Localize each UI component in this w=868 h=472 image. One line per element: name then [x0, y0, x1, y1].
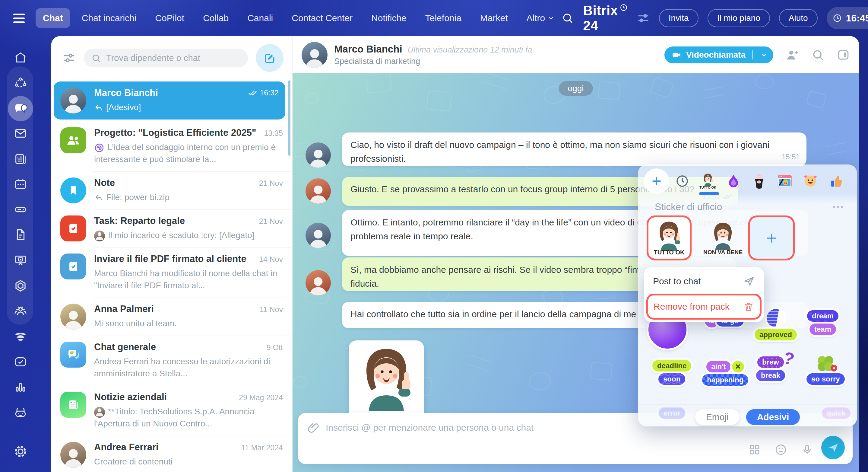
message-input-placeholder[interactable]: Inserisci @ per menzionare una persona o… [326, 422, 533, 433]
chat-list-item-marco[interactable]: Marco Bianchi 16:32 [Adesivo] [54, 82, 285, 119]
sticker-dream-team[interactable]: dream team [807, 310, 838, 335]
add-member-icon[interactable] [785, 48, 799, 62]
tab-copilot[interactable]: CoPilot [148, 8, 191, 28]
panel-mode-toggle: Emoji Adesivi [638, 404, 857, 426]
avatar [94, 231, 105, 241]
avatar[interactable] [302, 42, 328, 68]
message-bubble[interactable]: Ciao, ho visto il draft del nuovo campai… [342, 132, 806, 166]
tab-chat[interactable]: Chat [36, 8, 70, 28]
sidebar-item-analytics[interactable] [8, 375, 33, 400]
copilot-badge-icon [94, 143, 104, 153]
sidebar-item-mail[interactable] [8, 121, 33, 146]
tab-contact-center[interactable]: Contact Center [284, 8, 360, 28]
settings-sliders-icon[interactable] [637, 11, 650, 25]
conversation-header: Marco BianchiUltima visualizzazione 12 m… [292, 36, 859, 73]
chat-list-item-task-legale[interactable]: Task: Reparto legale21 Nov Il mio incari… [51, 209, 292, 247]
filter-icon[interactable] [62, 51, 76, 65]
read-checks-icon [248, 89, 257, 96]
sticker-brew-break[interactable]: brew? break [756, 356, 785, 381]
sticker-pack-tab-thumbs-up[interactable] [825, 170, 847, 192]
sidebar-item-calendar[interactable] [8, 172, 33, 197]
search-icon[interactable] [811, 48, 825, 62]
help-button[interactable]: Aiuto [779, 9, 818, 27]
sticker-aint-happening[interactable]: ain't✕ happening [702, 361, 748, 386]
general-chat-avatar [60, 342, 86, 367]
sidebar-item-whiteboard[interactable] [8, 248, 33, 273]
chat-list-item-note[interactable]: Note21 Nov File: power bi.zip [51, 171, 292, 209]
menu-icon[interactable] [13, 11, 25, 25]
top-nav: Chat Chat incarichi CoPilot Collab Canal… [36, 8, 561, 28]
stickers-toggle-button[interactable]: Adesivi [746, 409, 800, 425]
chat-list-item-progetto[interactable]: Progetto: "Logistica Efficiente 2025"13:… [51, 121, 292, 171]
sticker-pack-tab-softserve[interactable] [748, 170, 770, 192]
sidebar-item-chat[interactable] [8, 96, 33, 121]
contact-role: Specialista di marketing [334, 57, 532, 66]
invite-button[interactable]: Invita [659, 9, 699, 27]
sidebar-item-automation[interactable] [8, 400, 33, 425]
sidebar-item-tasks[interactable] [8, 349, 33, 375]
notes-avatar [60, 177, 86, 203]
apps-grid-icon[interactable] [748, 443, 761, 456]
tab-notifiche[interactable]: Notifiche [364, 8, 414, 28]
sticker-deadline-soon[interactable]: deadline soon [652, 360, 691, 385]
sidebar-item-feed[interactable] [8, 146, 33, 172]
send-icon [743, 275, 755, 287]
sticker-pack-tab-browser[interactable] [774, 170, 796, 192]
post-to-chat-menu-item[interactable]: Post to chat [648, 270, 760, 292]
video-call-button[interactable]: Videochiamata [664, 47, 773, 63]
sticker-pack-tab-tutto-ok[interactable]: TUTTO OK [697, 170, 719, 192]
chat-list-item-notizie[interactable]: Notizie aziendali29 Mag 2024 **Titolo: T… [51, 386, 292, 436]
sidebar-item-drive[interactable] [8, 197, 33, 222]
search-icon[interactable] [561, 12, 574, 25]
my-plan-button[interactable]: Il mio piano [708, 9, 770, 27]
pack-options-icon[interactable] [832, 205, 844, 209]
avatar [306, 270, 331, 295]
work-time-widget[interactable]: 16:45 [827, 7, 868, 29]
scrollbar-thumb[interactable] [288, 80, 290, 156]
sidebar-item-home[interactable] [8, 45, 33, 70]
sidebar-item-crm[interactable] [8, 324, 33, 350]
sticker-non-va-bene[interactable]: NON VA BENE [703, 219, 743, 258]
search-input[interactable] [84, 49, 248, 67]
add-sticker-button[interactable] [750, 217, 793, 259]
tab-market[interactable]: Market [473, 8, 515, 28]
remove-from-pack-menu-item[interactable]: Remove from pack [648, 295, 760, 318]
chat-list-item-pdf[interactable]: Inviare il file PDF firmato al cliente14… [51, 247, 292, 298]
microphone-icon[interactable] [801, 443, 813, 456]
search-icon [91, 53, 101, 63]
emoji-icon[interactable] [774, 443, 787, 456]
sidebar-item-sign[interactable] [8, 273, 33, 298]
tab-canali[interactable]: Canali [240, 8, 280, 28]
tab-chat-incarichi[interactable]: Chat incarichi [74, 8, 144, 28]
new-chat-button[interactable] [256, 44, 283, 72]
recent-stickers-tab[interactable] [671, 170, 693, 192]
robot-icon [13, 406, 27, 420]
conversation-area: oggi Ciao, ho visto il draft del nuovo c… [292, 36, 859, 472]
avatar [306, 178, 331, 204]
side-panel-icon[interactable] [837, 48, 850, 62]
add-sticker-pack-tab[interactable] [646, 170, 668, 192]
sidebar-item-settings[interactable] [8, 439, 33, 464]
sticker-pack-tab-flame[interactable] [723, 170, 744, 192]
avatar [94, 407, 105, 418]
avatar [60, 442, 86, 468]
chat-list-item-anna[interactable]: Anna Palmeri11 Nov Mi sono unito al team… [51, 298, 292, 335]
news-avatar [60, 392, 86, 418]
chevron-down-icon[interactable] [757, 52, 770, 58]
chat-list-item-andrea[interactable]: Andrea Ferrari11 Mar 2024 Creatore di co… [51, 436, 292, 472]
sidebar-item-copilot[interactable] [8, 70, 33, 96]
active-pack-underline [699, 192, 719, 195]
tab-collab[interactable]: Collab [196, 8, 236, 28]
attach-icon[interactable] [307, 421, 320, 434]
emoji-toggle-button[interactable]: Emoji [695, 409, 740, 425]
chat-list-item-chat-generale[interactable]: Chat generale9 Ott Andrea Ferrari ha con… [51, 335, 292, 386]
sidebar-item-docs[interactable] [8, 222, 33, 247]
tab-altro[interactable]: Altro [519, 8, 562, 28]
contact-name[interactable]: Marco Bianchi [334, 43, 402, 55]
sticker-so-sorry[interactable]: ♥ so sorry [806, 355, 845, 385]
sidebar-item-hr[interactable] [8, 298, 33, 324]
tab-telefonia[interactable]: Telefonia [418, 8, 469, 28]
sticker-pack-tab-heart-face[interactable] [800, 170, 821, 192]
send-button[interactable] [821, 436, 845, 459]
sticker-tutto-ok[interactable]: TUTTO OK [648, 217, 690, 259]
